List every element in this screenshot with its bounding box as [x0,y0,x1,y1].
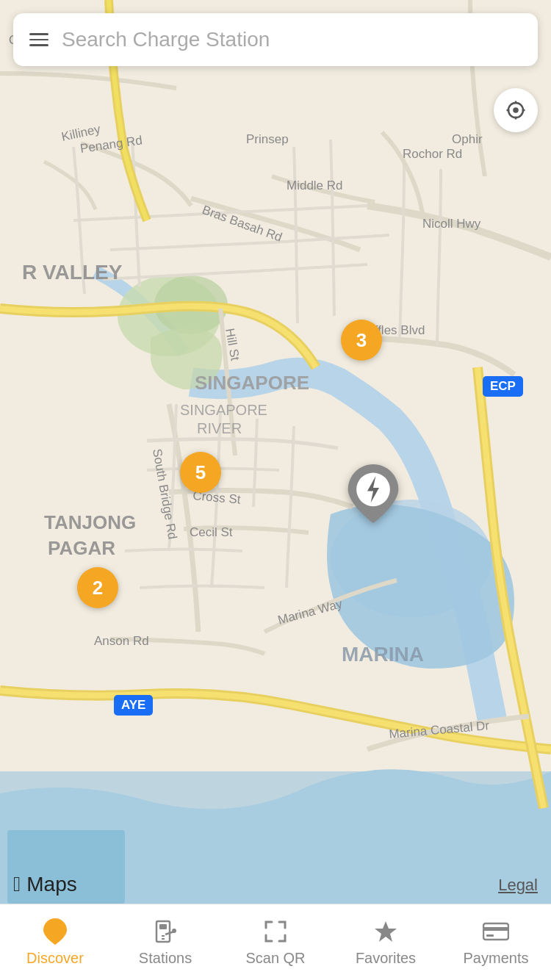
nav-item-payments[interactable]: Payments [441,918,551,967]
svg-rect-46 [483,923,508,940]
svg-text:SINGAPORE: SINGAPORE [180,402,267,418]
map-view[interactable]: R VALLEY TANJONG PAGAR SINGAPORE SINGAPO… [0,0,551,904]
map-background: R VALLEY TANJONG PAGAR SINGAPORE SINGAPO… [0,0,551,904]
highway-badge-aye: AYE [114,695,153,716]
bottom-navigation: Discover Stations Scan QR [0,904,551,980]
location-button[interactable] [494,88,538,132]
search-placeholder: Search Charge Station [62,28,270,51]
maps-attribution:  Maps [13,873,77,896]
highway-badge-ecp: ECP [483,376,523,397]
nav-label-favorites: Favorites [356,950,416,967]
ev-station-pin[interactable] [347,464,400,526]
svg-rect-40 [159,924,167,929]
card-icon [482,918,510,945]
svg-point-42 [172,929,176,933]
cluster-marker-2[interactable]: 2 [77,567,118,608]
svg-text:TANJONG: TANJONG [44,511,136,533]
svg-point-38 [51,926,60,934]
pin-icon [41,918,69,945]
svg-text:Middle Rd: Middle Rd [287,179,343,192]
maps-label: Maps [26,873,76,896]
station-icon [151,918,179,945]
search-bar[interactable]: Search Charge Station [13,13,538,66]
svg-text:SINGAPORE: SINGAPORE [195,372,309,394]
cluster-marker-5[interactable]: 5 [180,452,221,493]
nav-item-scan-qr[interactable]: Scan QR [220,918,331,967]
svg-marker-45 [375,921,397,942]
nav-label-payments: Payments [464,950,529,967]
svg-rect-48 [486,934,494,937]
svg-text:Cecil St: Cecil St [190,525,233,539]
nav-item-favorites[interactable]: Favorites [331,918,441,967]
menu-icon[interactable] [29,33,48,46]
svg-text:MARINA: MARINA [342,643,424,666]
nav-item-discover[interactable]: Discover [0,918,110,967]
cluster-marker-3[interactable]: 3 [341,320,382,361]
svg-text:Rochor Rd: Rochor Rd [403,147,462,161]
nav-label-discover: Discover [26,950,84,967]
svg-point-31 [513,107,519,113]
qr-icon [262,918,289,945]
svg-rect-47 [483,927,508,931]
star-icon [372,918,400,945]
nav-item-stations[interactable]: Stations [110,918,220,967]
svg-text:Prinsep: Prinsep [246,132,289,146]
svg-text:Anson Rd: Anson Rd [94,634,149,648]
svg-text:R VALLEY: R VALLEY [22,261,123,284]
svg-text:Ophir: Ophir [452,132,483,146]
legal-link[interactable]: Legal [498,876,538,895]
svg-text:Nicoll Hwy: Nicoll Hwy [422,217,481,231]
svg-text:RIVER: RIVER [197,420,242,436]
nav-label-stations: Stations [139,950,192,967]
apple-icon:  [13,873,21,896]
svg-text:PAGAR: PAGAR [48,537,115,559]
nav-label-scan-qr: Scan QR [245,950,305,967]
